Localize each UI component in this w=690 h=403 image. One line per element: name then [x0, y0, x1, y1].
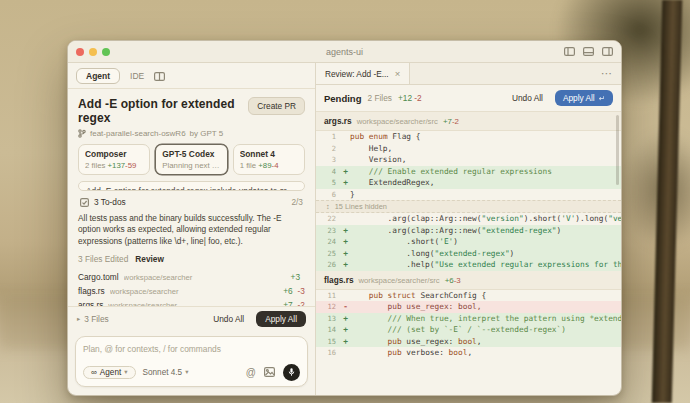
diff-add: +6	[445, 276, 454, 285]
line-number: 4	[316, 167, 341, 176]
code-text: .arg(clap::Arg::new("version").short('V'…	[350, 214, 621, 223]
edited-file-row[interactable]: args.rs workspace/searcher +7 -2	[78, 298, 305, 306]
hidden-label: 15 Lines hidden	[335, 202, 387, 211]
code-line[interactable]: 26 + .help("Use extended regular express…	[316, 259, 621, 271]
composer-input[interactable]: Plan, @ for contexts, / for commands ∞ A…	[75, 336, 308, 387]
pending-label: Pending	[324, 93, 361, 104]
line-number: 22	[316, 214, 341, 223]
minimize-window-button[interactable]	[89, 48, 97, 56]
code-lines: 1 pub enum Flag { 2 Help, 3 Version, 4 +…	[316, 131, 621, 271]
files-toggle[interactable]: ▸ 3 Files	[77, 314, 109, 324]
titlebar: agents-ui	[68, 41, 621, 63]
code-line[interactable]: 13 + /// When true, interpret the patter…	[316, 313, 621, 325]
code-line[interactable]: 25 + .long("extended-regex")	[316, 248, 621, 260]
file-name: Cargo.toml	[78, 272, 119, 282]
code-line[interactable]: 4 + /// Enable extended regular expressi…	[316, 166, 621, 178]
agent-card[interactable]: Composer 2 files +137-59	[78, 144, 150, 175]
diff-sign: +	[341, 260, 350, 269]
thread-title: Add -E option for extended regex	[78, 97, 242, 125]
code-text: .long("extended-regex")	[350, 249, 621, 258]
file-path: workspace/searcher/src	[359, 276, 440, 285]
agent-card[interactable]: GPT-5 Codex Planning next m...	[155, 144, 227, 175]
code-line[interactable]: 2 Help,	[316, 143, 621, 155]
panel-tabs: Agent IDE	[68, 63, 315, 89]
chevron-right-icon: ▸	[77, 315, 80, 323]
diff-add: +7	[443, 117, 452, 126]
code-line[interactable]: 14 + /// (set by `-E` / `--extended-rege…	[316, 324, 621, 336]
card-name: Sonnet 4	[240, 149, 298, 159]
code-text: pub verbose: bool,	[350, 348, 621, 357]
scrollbar-thumb[interactable]	[616, 115, 619, 185]
code-text: pub use_regex: bool,	[350, 337, 621, 346]
branch-name[interactable]: feat-parallel-search-oswR6	[90, 129, 186, 138]
review-apply-all-button[interactable]: Apply All ↵	[555, 90, 613, 106]
task-summary[interactable]: Add -E option for extended regex include…	[78, 181, 305, 191]
code-line[interactable]: 16 pub verbose: bool,	[316, 347, 621, 359]
edited-file-row[interactable]: flags.rs workspace/searcher +6 -3	[78, 284, 305, 298]
pending-additions: +12	[398, 93, 412, 103]
diff-file-header[interactable]: args.rs workspace/searcher/src +7-2	[316, 112, 621, 131]
zoom-window-button[interactable]	[102, 48, 110, 56]
code-text: }	[350, 190, 621, 199]
toggle-left-panel-icon[interactable]	[564, 47, 575, 56]
todos-row[interactable]: 3 To-dos 2/3	[78, 197, 305, 207]
toggle-right-panel-icon[interactable]	[602, 47, 613, 56]
diff-file-header[interactable]: flags.rs workspace/searcher/src +6-3	[316, 271, 621, 290]
apply-all-button[interactable]: Apply All	[256, 311, 306, 327]
diff-sections[interactable]: args.rs workspace/searcher/src +7-2 1 pu…	[316, 112, 621, 395]
code-text: .help("Use extended regular expressions …	[350, 260, 621, 269]
more-options-icon[interactable]: ⋯	[601, 67, 621, 80]
review-tab[interactable]: Review: Add -E... ×	[316, 63, 410, 84]
code-text: Version,	[350, 155, 621, 164]
line-number: 3	[316, 155, 341, 164]
code-line[interactable]: 12 - pub use_regex: bool,	[316, 301, 621, 313]
edited-file-row[interactable]: Cargo.toml workspace/searcher +3	[78, 270, 305, 284]
voice-input-button[interactable]	[283, 364, 300, 381]
create-pr-button[interactable]: Create PR	[248, 97, 305, 115]
tab-agent[interactable]: Agent	[76, 68, 120, 84]
undo-all-button[interactable]: Undo All	[209, 312, 248, 326]
code-line[interactable]: 24 + .short('E')	[316, 236, 621, 248]
layout-columns-icon[interactable]	[154, 67, 165, 85]
code-line[interactable]: 3 Version,	[316, 154, 621, 166]
card-name: GPT-5 Codex	[162, 149, 220, 159]
diff-sign: +	[341, 249, 350, 258]
toggle-bottom-panel-icon[interactable]	[583, 47, 594, 56]
review-undo-all-button[interactable]: Undo All	[506, 91, 549, 105]
unfold-icon: ↕	[326, 202, 330, 211]
code-line[interactable]: 5 + ExtendedRegex,	[316, 177, 621, 189]
close-tab-icon[interactable]: ×	[395, 68, 401, 79]
code-line[interactable]: 22 .arg(clap::Arg::new("version").short(…	[316, 213, 621, 225]
review-apply-all-label: Apply All	[563, 93, 595, 103]
review-panel: Review: Add -E... × ⋯ Pending 2 Files +1…	[316, 63, 621, 395]
attach-image-icon[interactable]	[264, 363, 275, 381]
line-number: 25	[316, 249, 341, 258]
hidden-lines-row[interactable]: ↕ 15 Lines hidden	[316, 200, 621, 213]
diff-sign: +	[341, 337, 350, 346]
diff-sign: +	[341, 178, 350, 187]
infinity-icon: ∞	[91, 368, 97, 377]
agent-card[interactable]: Sonnet 4 1 file +89-4	[233, 144, 305, 175]
code-line[interactable]: 15 + pub use_regex: bool,	[316, 336, 621, 348]
titlebar-icons	[564, 47, 613, 56]
mention-icon[interactable]: @	[246, 367, 256, 378]
todos-label: 3 To-dos	[94, 197, 126, 207]
pending-files-count: 2 Files	[367, 93, 391, 103]
composer-controls: ∞ Agent ▾ Sonnet 4.5 ▾ @	[83, 363, 300, 381]
code-line[interactable]: 1 pub enum Flag {	[316, 131, 621, 143]
review-link[interactable]: Review	[135, 254, 164, 264]
file-path: workspace/searcher	[110, 287, 278, 296]
diff-sign: +	[341, 314, 350, 323]
agent-message: All tests pass and the binary builds suc…	[78, 213, 305, 247]
agent-thread[interactable]: Add -E option for extended regex feat-pa…	[68, 89, 315, 306]
code-line[interactable]: 23 + .arg(clap::Arg::new("extended-regex…	[316, 225, 621, 237]
file-name: flags.rs	[324, 275, 354, 285]
model-select[interactable]: Sonnet 4.5 ▾	[143, 368, 189, 377]
code-line[interactable]: 6 }	[316, 189, 621, 201]
agent-mode-select[interactable]: ∞ Agent ▾	[83, 366, 136, 379]
window-title: agents-ui	[68, 47, 621, 57]
close-window-button[interactable]	[76, 48, 84, 56]
code-line[interactable]: 11 pub struct SearchConfig {	[316, 290, 621, 302]
window-body: Agent IDE Add -E option for extended reg…	[68, 63, 621, 395]
tab-ide[interactable]: IDE	[127, 69, 147, 83]
